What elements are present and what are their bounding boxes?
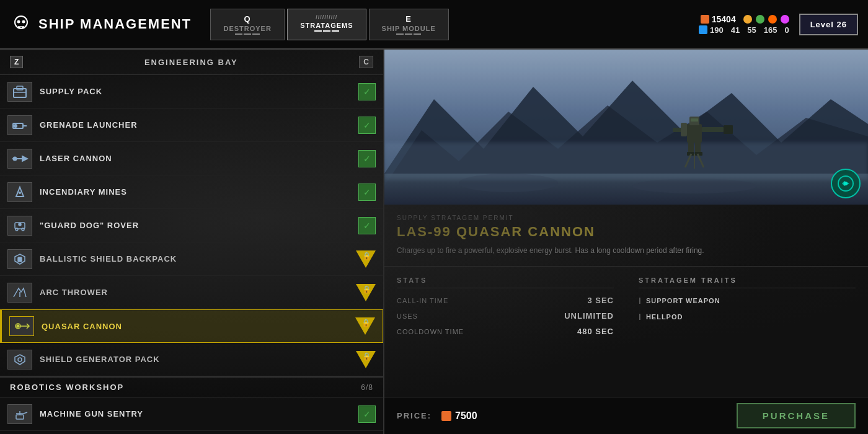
bottom-bar: PRICE: 7500 PURCHASE	[384, 397, 868, 434]
item-name-shield-gen: SHIELD GENERATOR PACK	[40, 355, 348, 364]
page-title: SHIP MANAGEMENT	[38, 16, 192, 32]
trait-name-hellpod: HELLPOD	[646, 313, 683, 321]
engineering-bay-header: Z ENGINEERING BAY C	[0, 50, 383, 75]
section-key-z[interactable]: Z	[10, 56, 23, 68]
pink-value: 0	[784, 25, 789, 35]
level-badge: Level 26	[799, 14, 858, 35]
status-badge-arc: 🔒	[356, 284, 376, 301]
trait-bullet: I	[639, 312, 641, 322]
svg-point-18	[16, 228, 18, 231]
item-icon-mines	[7, 182, 32, 202]
tab-lines-ship	[396, 33, 421, 35]
robotics-title: ROBOTICS WORKSHOP	[10, 383, 124, 392]
item-name-laser: LASER CANNON	[40, 154, 351, 163]
svg-point-14	[14, 157, 17, 160]
stat-cooldown-value: 480 SEC	[577, 327, 614, 336]
price-icon	[441, 411, 451, 421]
title-section: SHIP MANAGEMENT	[10, 13, 192, 35]
nav-tabs: Q DESTROYER ////////// STRATAGEMS E SHIP…	[210, 9, 699, 40]
resource-blue: 190	[699, 25, 724, 35]
list-item[interactable]: ARC THROWER 🔒	[0, 276, 383, 309]
status-badge-supply: ✓	[358, 83, 376, 100]
item-title: LAS-99 QUASAR CANNON	[397, 224, 856, 240]
status-badge-sentry: ✓	[358, 405, 376, 423]
price-section: PRICE: 7500	[397, 410, 477, 422]
tab-ship-module[interactable]: E SHIP MODULE	[369, 9, 449, 40]
list-item[interactable]: BALLISTIC SHIELD BACKPACK 🔒	[0, 242, 383, 276]
robotics-workshop-header: ROBOTICS WORKSHOP 6/8	[0, 376, 383, 397]
orange-value: 165	[764, 25, 777, 35]
status-badge-mines: ✓	[358, 184, 376, 201]
svg-marker-13	[22, 156, 27, 161]
tab-stratagems[interactable]: ////////// STRATAGEMS	[287, 9, 366, 40]
list-item[interactable]: LASER CANNON ✓	[0, 142, 383, 175]
list-item[interactable]: INCENDIARY MINES ✓	[0, 175, 383, 209]
item-name-quasar: QUASAR CANNON	[42, 322, 348, 331]
stat-callin-value: 3 SEC	[587, 296, 614, 305]
corner-icon	[831, 169, 861, 198]
item-name-mines: INCENDIARY MINES	[40, 187, 351, 197]
req-icon	[701, 15, 709, 24]
item-preview	[384, 50, 868, 205]
stat-cooldown-label: COOLDOWN TIME	[397, 328, 464, 335]
right-panel: SUPPLY STRATAGEM PERMIT LAS-99 QUASAR CA…	[384, 50, 868, 434]
svg-point-2	[22, 20, 25, 24]
list-item[interactable]: SHIELD GENERATOR PACK 🔒	[0, 343, 383, 376]
orange-dot	[768, 15, 777, 24]
req-value: 15404	[712, 14, 736, 24]
trait-row: I SUPPORT WEAPON	[639, 296, 856, 306]
stat-row: COOLDOWN TIME 480 SEC	[397, 327, 614, 336]
item-description: Charges up to fire a powerful, explosive…	[397, 245, 769, 256]
left-panel: Z ENGINEERING BAY C SUPPLY PACK ✓	[0, 50, 384, 434]
svg-point-1	[17, 20, 20, 24]
engineering-bay-title: ENGINEERING BAY	[144, 58, 238, 67]
tab-destroyer[interactable]: Q DESTROYER	[210, 9, 285, 40]
stat-uses-value: UNLIMITED	[564, 311, 614, 321]
resource-icon-group	[743, 15, 789, 24]
item-icon-laser	[7, 149, 32, 169]
tab-label-ship: SHIP MODULE	[382, 25, 436, 32]
green-value: 55	[747, 25, 756, 35]
list-item[interactable]: GRENADE LAUNCHER ✓	[0, 108, 383, 142]
tab-key-stratagems: //////////	[316, 14, 337, 20]
item-info: SUPPLY STRATAGEM PERMIT LAS-99 QUASAR CA…	[384, 205, 868, 267]
gold-value: 41	[731, 25, 740, 35]
status-badge-shield-bp: 🔒	[356, 250, 376, 268]
svg-rect-27	[16, 415, 24, 419]
stat-uses-label: USES	[397, 312, 418, 320]
svg-rect-21	[18, 257, 22, 262]
svg-point-20	[19, 223, 21, 226]
item-icon-arc	[7, 283, 32, 303]
tab-key-ship: E	[405, 14, 412, 24]
item-name-sentry: MACHINE GUN SENTRY	[40, 409, 351, 418]
stratagem-corner-icon	[837, 175, 854, 192]
purchase-button[interactable]: PURCHASE	[737, 403, 856, 428]
price-amount: 7500	[455, 410, 477, 422]
stat-row: CALL-IN TIME 3 SEC	[397, 296, 614, 305]
list-item[interactable]: MACHINE GUN SENTRY ✓	[0, 397, 383, 431]
item-name-rover: "GUARD DOG" ROVER	[40, 221, 351, 230]
stats-header: STATS	[397, 277, 614, 288]
blue-icon	[699, 25, 707, 34]
list-item-quasar[interactable]: QUASAR CANNON 🔒	[0, 309, 383, 343]
robotics-count: 6/8	[361, 383, 373, 392]
trait-name-support: SUPPORT WEAPON	[646, 297, 720, 304]
svg-point-19	[22, 228, 24, 231]
section-key-c[interactable]: C	[359, 56, 373, 68]
list-item[interactable]: SUPPLY PACK ✓	[0, 75, 383, 108]
list-item[interactable]: "GUARD DOG" ROVER ✓	[0, 209, 383, 242]
blue-value: 190	[710, 25, 724, 35]
svg-point-16	[19, 192, 21, 194]
tab-lines-active	[314, 30, 339, 32]
tab-label-destroyer: DESTROYER	[223, 25, 271, 32]
svg-line-30	[24, 412, 27, 414]
item-name-arc: ARC THROWER	[40, 288, 348, 297]
tab-key-destroyer: Q	[244, 14, 251, 24]
stat-row: USES UNLIMITED	[397, 311, 614, 321]
status-badge-quasar: 🔒	[355, 317, 375, 335]
gold-dot	[743, 15, 752, 24]
status-badge-rover: ✓	[358, 217, 376, 234]
status-badge-grenade: ✓	[358, 117, 376, 134]
item-icon-shield-bp	[7, 249, 32, 269]
preview-scene	[384, 50, 868, 205]
